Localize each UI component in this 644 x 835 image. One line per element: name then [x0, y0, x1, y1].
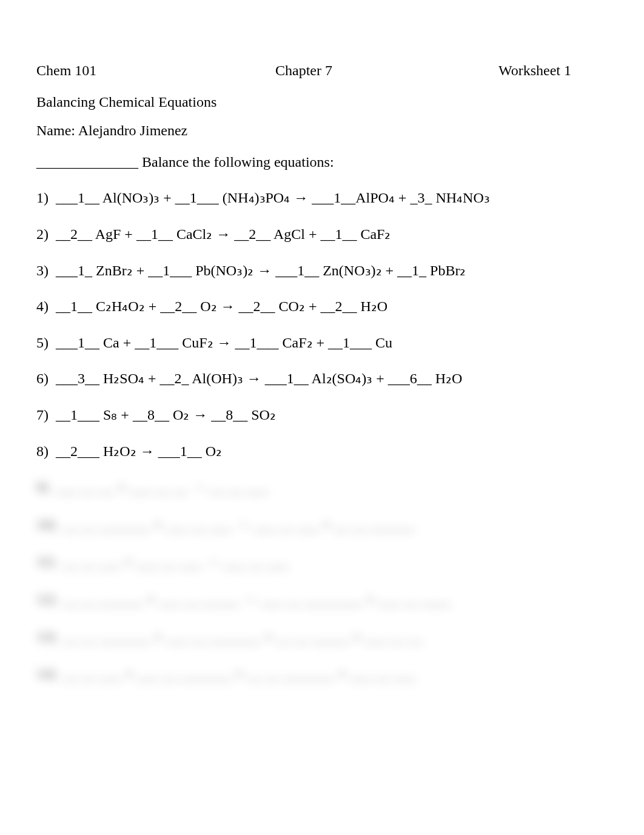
- equation-text: __ __ _______ + ___ __ ___ → ___ __ ___ …: [63, 517, 414, 532]
- equation-6: 6) ___3__ H₂SO₄ + __2_ Al(OH)₃ → ___1__ …: [36, 369, 608, 389]
- blurred-equation: 10) __ __ _______ + ___ __ ___ → ___ __ …: [36, 515, 608, 535]
- equation-number: 5): [36, 335, 49, 350]
- blurred-equation: 12) __ __ ______ + ___ __ _____ → ___ __…: [36, 589, 608, 610]
- blurred-equation: 9) ___ __ __ + ___ __ __ → __ __ ___: [36, 477, 608, 498]
- equation-text: __ __ ______ + ___ __ _____ → ___ __ ___…: [63, 591, 451, 607]
- equation-1: 1) ___1__ Al(NO₃)₃ + __1___ (NH₄)₃PO₄ → …: [36, 188, 608, 209]
- equation-text: __2___ H₂O₂ → ___1__ O₂: [56, 443, 222, 459]
- equation-text: __ __ ___ + ___ __ ___ → ___ __ ___: [62, 554, 289, 569]
- equation-text: ___1__ Ca + __1___ CuF₂ → __1___ CaF₂ + …: [56, 335, 392, 350]
- equation-text: ___1__ Al(NO₃)₃ + __1___ (NH₄)₃PO₄ → ___…: [56, 190, 490, 206]
- equation-text: __1___ S₈ + __8__ O₂ → __8__ SO₂: [56, 407, 276, 423]
- name-value: Alejandro Jimenez: [78, 122, 188, 138]
- equation-number: 7): [36, 407, 49, 423]
- equation-5: 5) ___1__ Ca + __1___ CuF₂ → __1___ CaF₂…: [36, 333, 608, 354]
- equation-text: __ __ ___ + ___ __ _______ + __ __ _____…: [63, 666, 415, 682]
- worksheet-label: Worksheet 1: [393, 61, 608, 81]
- equation-text: __2__ AgF + __1__ CaCl₂ → __2__ AgCl + _…: [56, 226, 391, 242]
- equation-number: 3): [36, 263, 49, 278]
- equation-text: ___3__ H₂SO₄ + __2_ Al(OH)₃ → ___1__ Al₂…: [56, 371, 462, 386]
- equation-number: 6): [36, 371, 49, 386]
- equation-4: 4) __1__ C₂H₄O₂ + __2__ O₂ → __2__ CO₂ +…: [36, 297, 608, 317]
- equation-text: __ __ _______ + ___ __ _______ + __ __ _…: [63, 629, 423, 645]
- equation-number: 8): [36, 443, 49, 459]
- equations-list: 1) ___1__ Al(NO₃)₃ + __1___ (NH₄)₃PO₄ → …: [36, 188, 608, 461]
- chapter-label: Chapter 7: [215, 61, 393, 81]
- blurred-preview-area: 9) ___ __ __ + ___ __ __ → __ __ ___ 10)…: [36, 477, 608, 685]
- equation-number: 13): [36, 629, 56, 645]
- blurred-equation: 11) __ __ ___ + ___ __ ___ → ___ __ ___: [36, 552, 608, 572]
- equation-text: ___1_ ZnBr₂ + __1___ Pb(NO₃)₂ → ___1__ Z…: [56, 263, 466, 278]
- equation-text: ___ __ __ + ___ __ __ → __ __ ___: [56, 479, 268, 495]
- equation-number: 11): [36, 554, 55, 569]
- instruction-line: ______________ Balance the following equ…: [36, 152, 608, 173]
- equation-7: 7) __1___ S₈ + __8__ O₂ → __8__ SO₂: [36, 405, 608, 426]
- equation-number: 1): [36, 190, 49, 206]
- equation-number: 9): [36, 479, 49, 495]
- header-row: Chem 101 Chapter 7 Worksheet 1: [36, 61, 608, 81]
- equation-2: 2) __2__ AgF + __1__ CaCl₂ → __2__ AgCl …: [36, 224, 608, 245]
- equation-text: __1__ C₂H₄O₂ + __2__ O₂ → __2__ CO₂ + __…: [56, 298, 387, 314]
- name-label: Name:: [36, 122, 78, 138]
- blurred-equation: 14) __ __ ___ + ___ __ _______ + __ __ _…: [36, 664, 608, 685]
- worksheet-subtitle: Balancing Chemical Equations: [36, 92, 608, 113]
- blurred-equation: 13) __ __ _______ + ___ __ _______ + __ …: [36, 627, 608, 648]
- name-line: Name: Alejandro Jimenez: [36, 121, 608, 141]
- equation-number: 10): [36, 517, 56, 532]
- instruction-text: Balance the following equations:: [142, 154, 334, 170]
- equation-8: 8) __2___ H₂O₂ → ___1__ O₂: [36, 441, 608, 462]
- equation-number: 4): [36, 298, 49, 314]
- equation-3: 3) ___1_ ZnBr₂ + __1___ Pb(NO₃)₂ → ___1_…: [36, 261, 608, 281]
- instruction-blank: ______________: [36, 154, 142, 170]
- equation-number: 2): [36, 226, 49, 242]
- course-code: Chem 101: [36, 61, 215, 81]
- equation-number: 14): [36, 666, 56, 682]
- equation-number: 12): [36, 591, 56, 607]
